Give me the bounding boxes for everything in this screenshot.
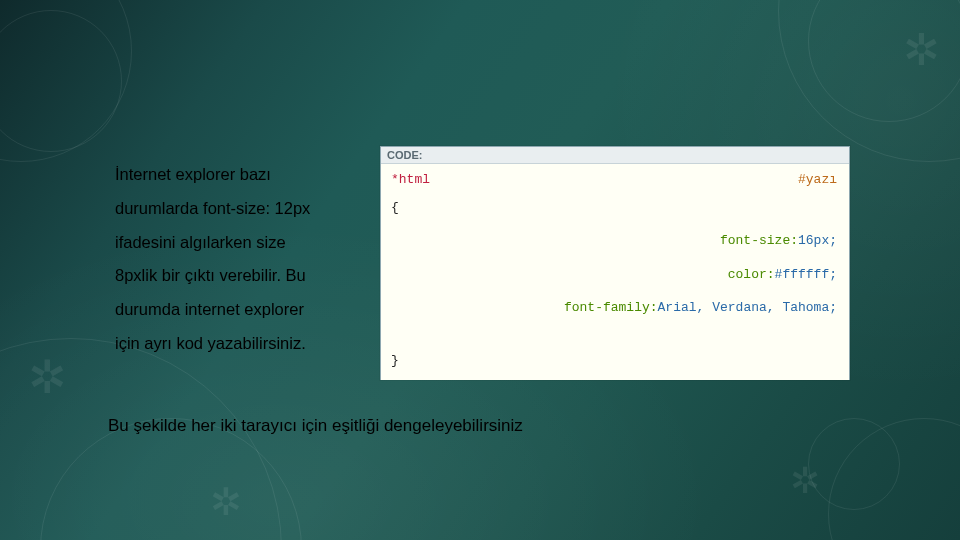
decorative-circle xyxy=(808,418,900,510)
code-selector-left: *html xyxy=(391,170,430,190)
gear-icon: ✲ xyxy=(790,460,820,502)
body-paragraph: İnternet explorer bazı durumlarda font-s… xyxy=(115,158,375,361)
code-prop-value: Arial, Verdana, Tahoma; xyxy=(658,300,837,315)
code-prop-key: font-family: xyxy=(564,300,658,315)
code-prop-color: color:#ffffff; xyxy=(391,265,837,285)
code-header: CODE: xyxy=(381,147,849,164)
code-prop-font-size: font-size:16px; xyxy=(391,231,837,251)
code-body: *html #yazı { font-size:16px; color:#fff… xyxy=(381,164,849,380)
bottom-paragraph: Bu şekilde her iki tarayıcı için eşitliğ… xyxy=(108,416,523,436)
decorative-circle xyxy=(0,10,122,152)
gear-icon: ✲ xyxy=(210,480,242,524)
decorative-circle xyxy=(778,0,960,162)
code-prop-value: #ffffff; xyxy=(775,267,837,282)
code-line-brace-open: { xyxy=(391,198,837,218)
code-panel: CODE: *html #yazı { font-size:16px; colo… xyxy=(380,146,850,380)
slide: ✲ ✲ ✲ ✲ İnternet explorer bazı durumlard… xyxy=(0,0,960,540)
code-prop-font-family: font-family:Arial, Verdana, Tahoma; xyxy=(391,298,837,318)
decorative-circle xyxy=(0,338,282,540)
code-prop-key: color: xyxy=(728,267,775,282)
gear-icon: ✲ xyxy=(28,350,67,404)
code-brace-close: } xyxy=(391,351,399,371)
decorative-circle xyxy=(40,418,302,540)
code-brace-open: { xyxy=(391,198,399,218)
code-selector-right: #yazı xyxy=(798,170,837,190)
code-prop-key: font-size: xyxy=(720,233,798,248)
decorative-circle xyxy=(0,0,132,162)
decorative-circle xyxy=(828,418,960,540)
code-line-selectors: *html #yazı xyxy=(391,170,837,190)
gear-icon: ✲ xyxy=(903,24,940,75)
code-prop-value: 16px; xyxy=(798,233,837,248)
code-properties: font-size:16px; color:#ffffff; font-fami… xyxy=(391,231,837,318)
decorative-circle xyxy=(808,0,960,122)
